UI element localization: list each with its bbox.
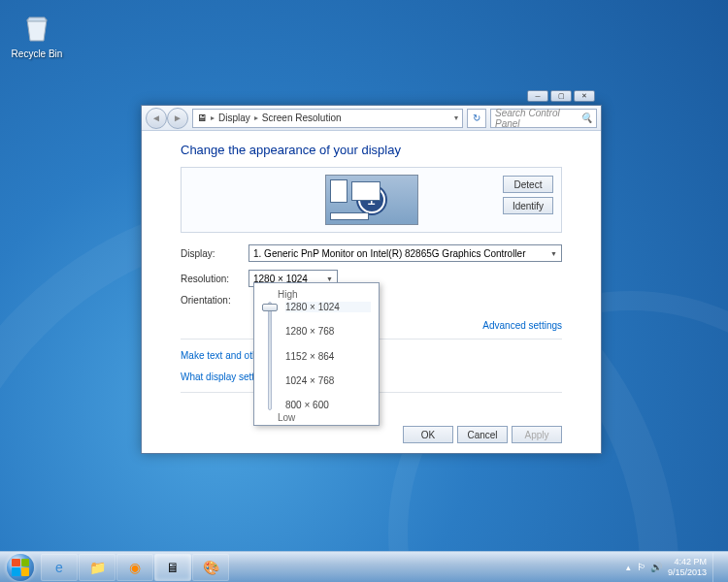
volume-icon[interactable]: 🔊 xyxy=(650,562,662,572)
forward-button[interactable]: ► xyxy=(167,108,188,129)
high-label: High xyxy=(278,289,371,300)
clock[interactable]: 4:42 PM 9/15/2013 xyxy=(668,557,707,578)
dropdown-icon: ▼ xyxy=(326,275,333,282)
search-input[interactable]: Search Control Panel 🔍 xyxy=(490,109,597,128)
page-title: Change the appearance of your display xyxy=(181,143,562,157)
recycle-bin-label: Recycle Bin xyxy=(8,48,66,59)
display-select[interactable]: 1. Generic PnP Monitor on Intel(R) 82865… xyxy=(248,244,562,262)
recycle-bin-icon xyxy=(17,8,56,47)
taskbar-explorer[interactable]: 📁 xyxy=(79,554,116,581)
breadcrumb-screen-resolution[interactable]: Screen Resolution xyxy=(262,113,342,123)
display-icon: 🖥 xyxy=(197,113,207,123)
ok-button[interactable]: OK xyxy=(403,426,453,443)
minimize-button[interactable]: ─ xyxy=(527,90,548,102)
close-button[interactable]: ✕ xyxy=(574,90,595,102)
identify-button[interactable]: Identify xyxy=(503,197,553,214)
breadcrumb-display[interactable]: Display xyxy=(218,113,250,123)
orientation-label: Orientation: xyxy=(181,295,248,306)
low-label: Low xyxy=(278,412,371,423)
apply-button[interactable]: Apply xyxy=(512,426,562,443)
taskbar-display[interactable]: 🖥 xyxy=(154,554,191,581)
res-option[interactable]: 1280 × 768 xyxy=(285,326,371,337)
cancel-button[interactable]: Cancel xyxy=(457,426,508,443)
maximize-button[interactable]: ▢ xyxy=(550,90,572,102)
date: 9/15/2013 xyxy=(668,567,707,578)
back-button[interactable]: ◄ xyxy=(146,108,167,129)
dropdown-icon[interactable]: ▾ xyxy=(454,113,458,122)
address-bar: ◄ ► 🖥 ▸ Display ▸ Screen Resolution ▾ ↻ … xyxy=(142,106,601,131)
time: 4:42 PM xyxy=(668,557,707,567)
windows-logo-icon xyxy=(12,559,29,576)
detect-button[interactable]: Detect xyxy=(503,176,553,193)
resolution-dropdown-popup: High 1280 × 1024 1280 × 768 1152 × 864 1… xyxy=(253,282,380,426)
display-label: Display: xyxy=(181,248,248,259)
chevron-icon: ▸ xyxy=(211,113,215,122)
resolution-slider[interactable] xyxy=(262,302,278,410)
search-placeholder: Search Control Panel xyxy=(495,108,580,129)
res-option[interactable]: 1024 × 768 xyxy=(285,375,371,386)
what-display-link[interactable]: What display settin xyxy=(181,372,262,382)
taskbar-paint[interactable]: 🎨 xyxy=(192,554,229,581)
recycle-bin[interactable]: Recycle Bin xyxy=(8,8,66,59)
res-option[interactable]: 800 × 600 xyxy=(285,400,371,410)
res-option[interactable]: 1280 × 1024 xyxy=(285,302,371,312)
taskbar: e 📁 ◉ 🖥 🎨 ▴ 🏳 🔊 4:42 PM 9/15/2013 xyxy=(0,551,728,582)
media-icon: ◉ xyxy=(129,560,141,575)
taskbar-ie[interactable]: e xyxy=(41,554,78,581)
refresh-button[interactable]: ↻ xyxy=(467,109,486,128)
search-icon: 🔍 xyxy=(580,113,592,123)
display-icon: 🖥 xyxy=(166,560,180,575)
chevron-icon: ▸ xyxy=(254,113,258,122)
folder-icon: 📁 xyxy=(89,560,106,575)
display-value: 1. Generic PnP Monitor on Intel(R) 82865… xyxy=(253,248,526,259)
display-preview: 1 Detect Identify xyxy=(181,167,562,233)
advanced-settings-link[interactable]: Advanced settings xyxy=(482,320,562,331)
dropdown-icon: ▼ xyxy=(550,250,557,257)
breadcrumb[interactable]: 🖥 ▸ Display ▸ Screen Resolution ▾ xyxy=(192,109,463,128)
slider-thumb[interactable] xyxy=(262,304,278,311)
res-option[interactable]: 1152 × 864 xyxy=(285,351,371,362)
tray-expand-icon[interactable]: ▴ xyxy=(626,563,631,572)
show-desktop-button[interactable] xyxy=(712,553,722,582)
resolution-label: Resolution: xyxy=(181,274,248,284)
flag-icon[interactable]: 🏳 xyxy=(637,562,646,572)
paint-icon: 🎨 xyxy=(203,560,219,575)
monitor-1[interactable]: 1 xyxy=(325,175,418,225)
ie-icon: e xyxy=(55,560,63,575)
taskbar-media[interactable]: ◉ xyxy=(116,554,153,581)
screen-resolution-window: ─ ▢ ✕ ◄ ► 🖥 ▸ Display ▸ Screen Resolutio… xyxy=(141,105,602,454)
start-button[interactable] xyxy=(2,553,39,582)
